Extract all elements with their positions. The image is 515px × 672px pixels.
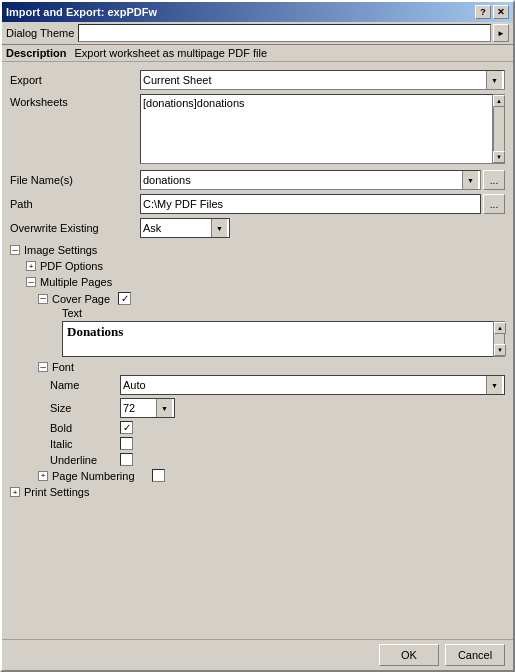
page-numbering-label: Page Numbering [52, 470, 152, 482]
worksheet-item[interactable]: [donations]donations [143, 97, 490, 109]
font-label: Font [52, 361, 74, 373]
overwrite-row: Overwrite Existing Ask ▼ [10, 218, 505, 238]
overwrite-value: Ask [143, 222, 161, 234]
description-value: Export worksheet as multipage PDF file [75, 47, 268, 59]
font-size-value: 72 [123, 402, 135, 414]
worksheets-label: Worksheets [10, 94, 140, 108]
font-size-select[interactable]: 72 ▼ [120, 398, 175, 418]
window-title: Import and Export: expPDFw [6, 6, 157, 18]
path-label: Path [10, 198, 140, 210]
text-label: Text [62, 307, 505, 319]
overwrite-dropdown-arrow[interactable]: ▼ [211, 219, 227, 237]
description-label: Description [6, 47, 67, 59]
image-settings-header: ─ Image Settings [10, 244, 505, 256]
title-bar: Import and Export: expPDFw ? ✕ [2, 2, 513, 22]
help-button[interactable]: ? [475, 5, 491, 19]
print-settings-label: Print Settings [24, 486, 89, 498]
italic-label: Italic [50, 438, 120, 450]
pdf-options-collapse-btn[interactable]: + [26, 261, 36, 271]
multiple-pages-label: Multiple Pages [40, 276, 112, 288]
pdf-options-label: PDF Options [40, 260, 103, 272]
bold-checkbox[interactable]: ✓ [120, 421, 133, 434]
export-dropdown-arrow[interactable]: ▼ [486, 71, 502, 89]
donations-textarea-wrapper: Donations ▲ ▼ [62, 321, 505, 357]
page-numbering-checkbox[interactable] [152, 469, 165, 482]
cancel-button[interactable]: Cancel [445, 644, 505, 666]
font-name-row: Name Auto ▼ [50, 375, 505, 395]
image-settings-label: Image Settings [24, 244, 97, 256]
path-browse-btn[interactable]: ... [483, 194, 505, 214]
pdf-options-header: + PDF Options [26, 260, 505, 272]
text-section: Text Donations ▲ ▼ [62, 307, 505, 357]
font-name-select[interactable]: Auto ▼ [120, 375, 505, 395]
font-section-header: ─ Font [38, 361, 505, 373]
export-select-value: Current Sheet [143, 74, 211, 86]
scroll-track [494, 107, 504, 151]
size-field-label: Size [50, 402, 120, 414]
text-scroll-up-btn[interactable]: ▲ [494, 322, 506, 334]
name-field-label: Name [50, 379, 120, 391]
print-settings-row: + Print Settings [10, 486, 505, 498]
font-collapse-btn[interactable]: ─ [38, 362, 48, 372]
scroll-up-btn[interactable]: ▲ [493, 95, 505, 107]
ok-button[interactable]: OK [379, 644, 439, 666]
text-scroll-down-btn[interactable]: ▼ [494, 344, 506, 356]
cover-page-header: ─ Cover Page ✓ [38, 292, 505, 305]
page-numbering-collapse-btn[interactable]: + [38, 471, 48, 481]
cover-page-label: Cover Page [52, 293, 110, 305]
export-select-box[interactable]: Current Sheet ▼ [140, 70, 505, 90]
dialog-theme-label: Dialog Theme [6, 27, 74, 39]
filename-browse-btn[interactable]: ... [483, 170, 505, 190]
dialog-theme-input[interactable] [78, 24, 491, 42]
path-row: Path ... [10, 194, 505, 214]
filename-label: File Name(s) [10, 174, 140, 186]
font-size-row: Size 72 ▼ [50, 398, 505, 418]
overwrite-label: Overwrite Existing [10, 222, 140, 234]
worksheets-wrapper: [donations]donations ▲ ▼ [140, 94, 505, 164]
toolbar-arrow-button[interactable]: ► [493, 24, 509, 42]
description-row: Description Export worksheet as multipag… [2, 45, 513, 62]
underline-checkbox[interactable] [120, 453, 133, 466]
export-select[interactable]: Current Sheet ▼ [140, 70, 505, 90]
toolbar-row: Dialog Theme ► [2, 22, 513, 45]
multiple-pages-collapse-btn[interactable]: ─ [26, 277, 36, 287]
cover-page-checkbox[interactable]: ✓ [118, 292, 131, 305]
close-button[interactable]: ✕ [493, 5, 509, 19]
font-name-arrow[interactable]: ▼ [486, 376, 502, 394]
scroll-down-btn[interactable]: ▼ [493, 151, 505, 163]
page-numbering-row: + Page Numbering [38, 469, 505, 482]
export-row: Export Current Sheet ▼ [10, 70, 505, 90]
main-window: Import and Export: expPDFw ? ✕ Dialog Th… [0, 0, 515, 672]
bold-row: Bold ✓ [50, 421, 505, 434]
window-controls: ? ✕ [475, 5, 509, 19]
content-area: Export Current Sheet ▼ Worksheets [donat… [2, 62, 513, 639]
italic-row: Italic [50, 437, 505, 450]
filename-select[interactable]: donations ▼ [140, 170, 481, 190]
donations-scrollbar[interactable]: ▲ ▼ [493, 321, 505, 357]
font-size-arrow[interactable]: ▼ [156, 399, 172, 417]
overwrite-select[interactable]: Ask ▼ [140, 218, 230, 238]
image-settings-collapse-btn[interactable]: ─ [10, 245, 20, 255]
donations-textarea[interactable]: Donations [62, 321, 493, 357]
italic-checkbox[interactable] [120, 437, 133, 450]
filename-value: donations [143, 174, 191, 186]
worksheets-row: Worksheets [donations]donations ▲ ▼ [10, 94, 505, 164]
bold-label: Bold [50, 422, 120, 434]
bottom-bar: OK Cancel [2, 639, 513, 670]
path-control: ... [140, 194, 505, 214]
underline-row: Underline [50, 453, 505, 466]
multiple-pages-header: ─ Multiple Pages [26, 276, 505, 288]
filename-row: File Name(s) donations ▼ ... [10, 170, 505, 190]
overwrite-control: Ask ▼ [140, 218, 505, 238]
export-label: Export [10, 74, 140, 86]
cover-page-collapse-btn[interactable]: ─ [38, 294, 48, 304]
print-settings-collapse-btn[interactable]: + [10, 487, 20, 497]
text-scroll-track [494, 334, 504, 344]
worksheets-listbox[interactable]: [donations]donations [140, 94, 493, 164]
filename-control: donations ▼ ... [140, 170, 505, 190]
worksheets-scrollbar[interactable]: ▲ ▼ [493, 94, 505, 164]
filename-dropdown-arrow[interactable]: ▼ [462, 171, 478, 189]
path-input[interactable] [140, 194, 481, 214]
font-name-value: Auto [123, 379, 146, 391]
underline-label: Underline [50, 454, 120, 466]
